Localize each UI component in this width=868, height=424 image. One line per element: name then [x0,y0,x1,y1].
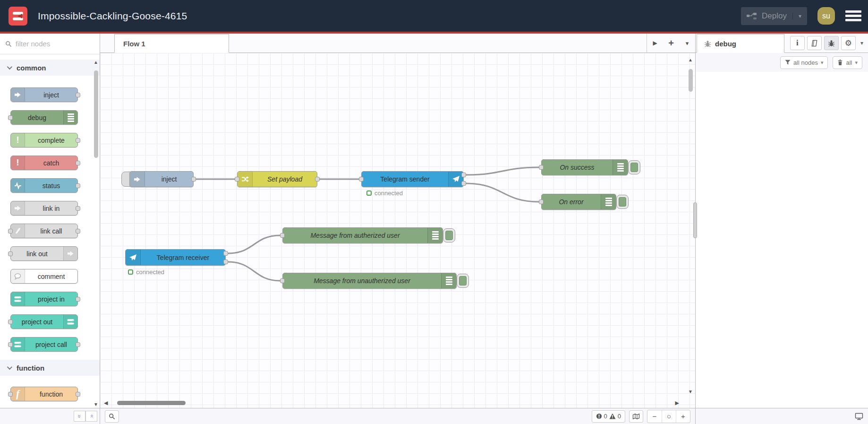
tab-debug[interactable]: debug [697,34,784,53]
palette-node-debug[interactable]: debug [10,110,78,125]
wire[interactable] [228,262,280,281]
deploy-button[interactable]: Deploy ▾ [741,7,807,25]
debug-toggle-button[interactable] [616,195,629,209]
debug-tab-button[interactable] [824,36,839,50]
gear-icon: ⚙ [845,38,852,48]
flow-canvas[interactable]: inject Set payload [100,53,695,408]
palette-search[interactable] [0,34,100,54]
input-port[interactable] [539,199,544,204]
palette-node-link-in[interactable]: link in [10,201,78,216]
node-label: Telegram receiver [141,250,225,265]
input-port[interactable] [359,177,364,182]
scroll-down-icon[interactable]: ▼ [688,389,693,394]
debug-messages-panel[interactable] [696,72,868,408]
wire[interactable] [466,183,539,202]
palette-node-label: link out [11,247,63,260]
input-port[interactable] [280,278,285,283]
open-window-icon[interactable] [855,413,863,420]
debug-toolbar: all nodes ▾ all ▾ [696,53,868,72]
palette-node-project-call[interactable]: project call [10,337,78,352]
output-port-1[interactable] [223,251,228,256]
user-avatar[interactable]: su [817,7,835,25]
flow-node-message-authorized[interactable]: Message from autherized user [282,227,443,243]
tab-flow-1[interactable]: Flow 1 [114,34,229,53]
debug-filter-dropdown[interactable]: all nodes ▾ [780,56,828,69]
palette-node-link-call[interactable]: link call [10,224,78,238]
input-port[interactable] [539,165,544,170]
canvas-horizontal-scrollbar[interactable]: ◀ ▶ [104,400,679,407]
palette-node-inject[interactable]: inject [10,87,78,102]
zoom-reset-button[interactable]: ○ [662,410,676,423]
output-port-2[interactable] [223,260,228,264]
palette-body: common inject debug ! [0,54,100,408]
map-icon [632,413,640,420]
flow-node-inject[interactable]: inject [129,171,194,187]
expand-all-button[interactable]: » [85,411,97,422]
collapse-all-button[interactable]: » [74,411,85,422]
sidebar-resize-grip[interactable] [693,202,697,238]
help-tab-button[interactable] [807,36,822,50]
errors-warnings-button[interactable]: 0 0 [592,410,625,423]
palette-category-common[interactable]: common [0,60,100,76]
scroll-right-icon[interactable]: ▶ [675,400,679,406]
debug-toggle-button[interactable] [628,160,640,174]
palette-node-comment[interactable]: comment [10,269,78,284]
flow-node-telegram-receiver[interactable]: Telegram receiver connected [125,249,226,266]
scroll-up-icon[interactable]: ▲ [94,60,98,65]
zoom-in-button[interactable]: + [676,410,690,423]
search-icon [109,413,115,420]
flow-node-message-unauthorized[interactable]: Message from unautherized user [282,273,457,289]
main-menu-button[interactable] [845,10,861,21]
output-port[interactable] [315,177,320,182]
deploy-options-caret-icon[interactable]: ▾ [792,13,801,19]
sidebar-tabs-caret-icon[interactable]: ▾ [858,40,866,46]
debug-lines-icon [441,273,456,288]
palette-node-complete[interactable]: ! complete [10,133,78,147]
tab-label: Flow 1 [123,40,145,48]
canvas-search-button[interactable] [105,410,119,423]
flow-node-telegram-sender[interactable]: Telegram sender connected [361,171,464,187]
output-port-1[interactable] [461,173,466,177]
info-tab-button[interactable]: i [790,36,805,50]
input-port[interactable] [280,233,285,238]
debug-toggle-button[interactable] [457,274,469,288]
debug-clear-dropdown[interactable]: all ▾ [833,56,862,69]
scroll-up-icon[interactable]: ▲ [688,58,693,62]
wire[interactable] [466,167,539,175]
output-port-2[interactable] [461,181,466,186]
palette-node-label: complete [25,133,77,147]
zoom-out-button[interactable]: − [647,410,662,423]
flow-list-caret-button[interactable]: ▾ [679,34,695,52]
palette-filter-input[interactable] [16,40,86,48]
palette-node-link-out[interactable]: link out [10,246,78,261]
flow-node-on-error[interactable]: On error [541,194,616,210]
node-port [76,93,80,97]
flow-node-on-success[interactable]: On success [541,159,628,175]
palette-node-project-in[interactable]: project in [10,292,78,306]
input-port[interactable] [235,177,239,182]
config-nodes-tab-button[interactable]: ⚙ [841,36,856,50]
palette-node-status[interactable]: status [10,178,78,193]
node-label: inject [145,172,193,187]
node-port [8,320,13,324]
scrollbar-thumb[interactable] [117,401,186,405]
navigator-map-button[interactable] [629,410,643,423]
palette-node-function[interactable]: f function [10,387,78,401]
flow-node-set-payload[interactable]: Set payload [237,171,317,187]
palette-scrollbar[interactable]: ▲ ▼ [93,60,99,407]
palette-node-catch[interactable]: ! catch [10,156,78,170]
output-port[interactable] [191,177,196,182]
add-flow-button[interactable]: + [663,34,679,52]
wire[interactable] [228,235,280,253]
scrollbar-thumb[interactable] [94,70,98,158]
avatar-initials: su [822,12,830,20]
scroll-left-icon[interactable]: ◀ [104,400,108,406]
error-count: 0 [604,413,607,420]
debug-toggle-button[interactable] [443,228,455,242]
category-label: function [17,364,44,372]
scroll-down-icon[interactable]: ▼ [94,402,98,407]
palette-category-function[interactable]: function [0,360,100,376]
tab-scroll-right-button[interactable]: ▶ [647,34,663,52]
scrollbar-thumb[interactable] [689,69,693,92]
palette-node-project-out[interactable]: project out [10,314,78,329]
